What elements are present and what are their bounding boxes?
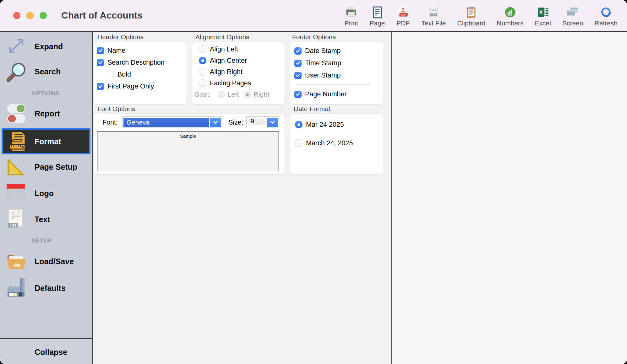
text-file-icon: TXT <box>427 6 440 19</box>
refresh-icon <box>599 6 613 19</box>
sidebar-section-header-options: OPTIONS <box>31 90 59 97</box>
minimize-window-button[interactable] <box>26 12 34 19</box>
sidebar-item-text[interactable]: TXTText <box>0 208 92 230</box>
radio-row-facing-pages: Facing Pages <box>192 78 285 89</box>
factory-icon <box>5 278 28 298</box>
checkbox-label: Page Number <box>305 90 347 98</box>
checkbox-checked[interactable] <box>294 60 302 67</box>
radio-row-align-center: Align Center <box>192 55 285 66</box>
svg-text:X: X <box>539 10 543 15</box>
checkbox-label: Time Stamp <box>305 59 341 67</box>
sidebar-item-label: Format <box>35 137 61 146</box>
radio-disabled[interactable] <box>218 91 225 98</box>
radio-row-march-24-2025: March 24, 2025 <box>290 137 383 149</box>
checkbox-label: Date Stamp <box>305 47 341 55</box>
checkbox-row-user-stamp: User Stamp <box>290 69 383 82</box>
toolbar-button-label: Screen <box>562 19 583 27</box>
font-sample-text: Sample <box>180 133 196 139</box>
svg-text:TXT: TXT <box>431 13 436 16</box>
toolbar-button-label: Text File <box>421 19 446 27</box>
sidebar-item-pagesetup[interactable]: Page Setup <box>0 156 92 178</box>
sidebar-item-defaults[interactable]: Defaults <box>0 277 92 299</box>
radio-unselected[interactable] <box>199 46 206 53</box>
checkbox-checked[interactable] <box>97 59 104 66</box>
print-icon <box>344 6 358 19</box>
start-option-left: Left <box>218 91 239 99</box>
toolbar-button-clipboard[interactable]: Clipboard <box>457 6 485 27</box>
radio-selected[interactable] <box>199 57 206 64</box>
expand-icon <box>5 36 28 57</box>
chevron-down-icon[interactable] <box>267 118 278 127</box>
group-label-footer-options: Footer Options <box>292 33 336 41</box>
font-select-value: Geneva <box>123 118 210 127</box>
sidebar-item-loadsave[interactable]: Load/Save <box>0 251 92 272</box>
radio-label: Facing Pages <box>210 79 251 87</box>
sidebar-item-report[interactable]: Report <box>0 103 92 124</box>
report-toggles-icon <box>5 103 28 124</box>
sidebar-item-collapse[interactable]: Collapse <box>0 338 92 364</box>
radio-label: March 24, 2025 <box>306 139 353 147</box>
toolbar-button-print[interactable]: Print <box>344 6 358 27</box>
size-field-label: Size: <box>228 119 243 126</box>
toolbar-button-screen[interactable]: Screen <box>562 6 583 27</box>
toolbar-button-label: PDF <box>396 19 410 27</box>
checkbox-row-time-stamp: Time Stamp <box>290 57 383 69</box>
font-sample-preview: Sample <box>97 131 279 171</box>
alignment-options-panel: Align LeftAlign CenterAlign RightFacing … <box>192 42 285 104</box>
group-label-font-options: Font Options <box>97 105 135 113</box>
checkbox-checked[interactable] <box>97 83 104 90</box>
checkbox-unchecked[interactable] <box>107 71 114 78</box>
font-field-label: Font: <box>102 119 118 126</box>
radio-selected[interactable] <box>295 121 303 128</box>
toolbar-button-refresh[interactable]: Refresh <box>594 6 618 27</box>
sidebar: Collapse ExpandSearchOPTIONSReportFormat… <box>0 32 93 364</box>
checkbox-row-first-page-only: First Page Only <box>94 80 187 92</box>
radio-unselected[interactable] <box>199 79 206 87</box>
checkbox-row-name: Name <box>94 45 187 56</box>
toolbar-button-page[interactable]: Page <box>369 6 385 27</box>
sidebar-item-logo[interactable]: Logo <box>0 183 92 203</box>
screen-icon <box>566 6 580 19</box>
close-window-button[interactable] <box>13 12 20 19</box>
font-options-panel: Font: Geneva Size: 9 Sample <box>94 114 285 175</box>
radio-label: Align Right <box>210 68 243 76</box>
radio-disabled-selected[interactable] <box>244 91 251 98</box>
start-page-row: Start:LeftRight <box>192 89 285 100</box>
radio-label: Align Left <box>210 46 238 53</box>
toolbar-button-label: Page <box>369 19 385 27</box>
size-select[interactable]: 9 <box>246 116 279 128</box>
checkbox-label: Bold <box>117 71 131 78</box>
start-label: Start: <box>195 91 211 99</box>
settings-content: Header Options NameSearch DescriptionBol… <box>93 32 391 364</box>
checkbox-row-page-number: Page Number <box>290 88 383 100</box>
radio-row-align-left: Align Left <box>192 44 285 55</box>
font-select[interactable]: Geneva <box>122 116 222 128</box>
numbers-icon <box>503 6 517 19</box>
sidebar-item-expand[interactable]: Expand <box>0 35 92 57</box>
checkbox-label: User Stamp <box>305 72 341 79</box>
footer-options-panel: Date StampTime StampUser Stamp Page Numb… <box>290 42 383 104</box>
start-option-label: Right <box>254 91 269 99</box>
radio-label: Align Center <box>210 57 247 65</box>
checkbox-row-search-description: Search Description <box>94 56 187 68</box>
sidebar-item-format[interactable]: Format <box>2 128 90 154</box>
checkbox-checked[interactable] <box>294 91 302 98</box>
sidebar-item-label: Defaults <box>35 284 66 293</box>
sidebar-item-search[interactable]: Search <box>0 61 92 83</box>
group-label-header-options: Header Options <box>97 33 144 41</box>
toolbar-button-numbers[interactable]: Numbers <box>497 6 523 27</box>
radio-unselected[interactable] <box>199 68 206 76</box>
folder-icon <box>5 251 28 272</box>
toolbar-button-pdf[interactable]: PDFPDF <box>396 6 410 27</box>
date-format-panel: Mar 24 2025March 24, 2025 <box>290 114 383 175</box>
toolbar-button-excel[interactable]: XExcel <box>535 6 551 27</box>
radio-unselected[interactable] <box>295 139 303 147</box>
toolbar-button-textfile[interactable]: TXTText File <box>421 6 446 27</box>
checkbox-checked[interactable] <box>294 47 302 55</box>
footer-checkbox-list: Date StampTime StampUser Stamp <box>290 45 383 82</box>
checkbox-checked[interactable] <box>97 47 104 54</box>
chevron-down-icon[interactable] <box>210 118 221 127</box>
checkbox-checked[interactable] <box>294 72 302 79</box>
zoom-window-button[interactable] <box>40 12 47 19</box>
search-icon <box>5 61 28 82</box>
